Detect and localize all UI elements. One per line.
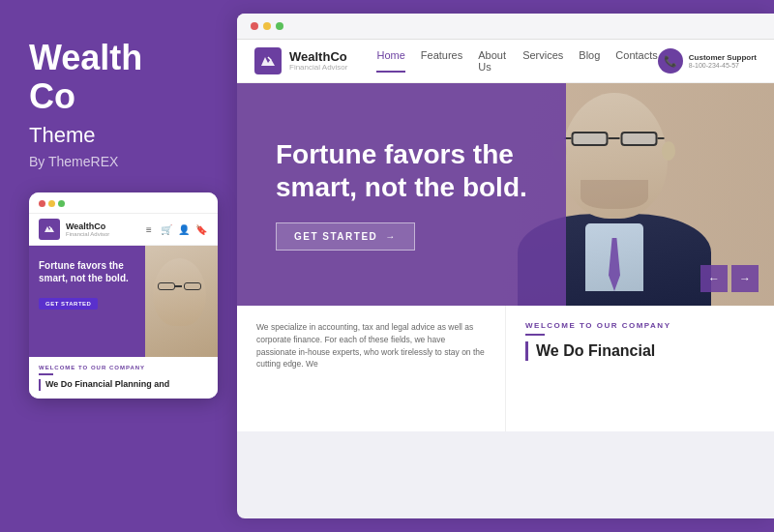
- right-panel: WealthCo Financial Advisor Home Features…: [237, 14, 774, 518]
- mobile-hero-overlay: Fortune favors the smart, not the bold. …: [29, 246, 145, 357]
- theme-subtitle: Theme: [29, 123, 208, 148]
- site-logo-texts: WealthCo Financial Advisor: [289, 50, 347, 72]
- mobile-divider: [39, 373, 53, 375]
- section-divider-right: [525, 334, 545, 336]
- mobile-chrome: [29, 192, 218, 214]
- hero-cta-button[interactable]: GET STARTED →: [276, 222, 415, 251]
- mobile-dot-green: [58, 200, 65, 207]
- browser-dot-yellow[interactable]: [263, 22, 271, 30]
- bookmark-icon: 🔖: [194, 222, 208, 236]
- site-bottom-right: WELCOME TO OUR COMPANY We Do Financial: [506, 306, 774, 431]
- browser-chrome: [237, 14, 774, 40]
- cart-icon: 🛒: [160, 222, 173, 236]
- browser-dot-green[interactable]: [276, 22, 283, 30]
- next-arrow-button[interactable]: →: [731, 265, 759, 292]
- mobile-logo-text: WealthCo Financial Advisor: [66, 222, 136, 237]
- nav-services[interactable]: Services: [522, 49, 563, 73]
- site-nav: WealthCo Financial Advisor Home Features…: [237, 40, 774, 83]
- mobile-mockup: WealthCo Financial Advisor ≡ 🛒 👤 🔖: [29, 192, 218, 399]
- theme-title: Wealth Co: [29, 39, 208, 115]
- site-nav-links: Home Features About Us Services Blog Con…: [376, 49, 657, 73]
- hero-title: Fortune favors the smart, not the bold.: [276, 138, 527, 203]
- mobile-dot-red: [39, 200, 45, 207]
- nav-features[interactable]: Features: [421, 49, 462, 73]
- site-support: 📞 Customer Support 8-100-234-45-57: [658, 48, 757, 74]
- arrow-icon: →: [385, 231, 397, 242]
- browser-dot-red[interactable]: [251, 22, 258, 30]
- mobile-dots: [39, 200, 65, 207]
- site-bottom-left: We specialize in accounting, tax and leg…: [237, 306, 506, 431]
- site-bottom-section: We specialize in accounting, tax and leg…: [237, 306, 774, 431]
- mobile-nav-icons: ≡ 🛒 👤 🔖: [142, 222, 208, 236]
- nav-home[interactable]: Home: [376, 49, 404, 73]
- site-logo-icon: [254, 47, 282, 74]
- support-icon: 📞: [658, 48, 683, 74]
- hero-nav-arrows: ← →: [700, 265, 759, 292]
- user-icon: 👤: [177, 222, 191, 236]
- site-hero-overlay: Fortune favors the smart, not the bold. …: [237, 83, 566, 306]
- nav-contacts[interactable]: Contacts: [615, 49, 657, 73]
- theme-author: By ThemeREX: [29, 154, 208, 169]
- hamburger-icon: ≡: [142, 222, 156, 236]
- mobile-logo-icon: [39, 219, 60, 240]
- support-text: Customer Support 8-100-234-45-57: [689, 53, 757, 69]
- mobile-hero: Fortune favors the smart, not the bold. …: [29, 246, 218, 357]
- mobile-nav: WealthCo Financial Advisor ≡ 🛒 👤 🔖: [29, 214, 218, 246]
- mobile-dot-yellow: [48, 200, 55, 207]
- site-hero: Fortune favors the smart, not the bold. …: [237, 83, 774, 306]
- left-panel: Wealth Co Theme By ThemeREX WealthCo Fi: [0, 0, 237, 532]
- prev-arrow-button[interactable]: ←: [700, 265, 728, 292]
- nav-blog[interactable]: Blog: [579, 49, 600, 73]
- nav-about[interactable]: About Us: [478, 49, 507, 73]
- mobile-content: WELCOME TO OUR COMPANY We Do Financial P…: [29, 357, 218, 399]
- site-logo: WealthCo Financial Advisor: [254, 47, 347, 74]
